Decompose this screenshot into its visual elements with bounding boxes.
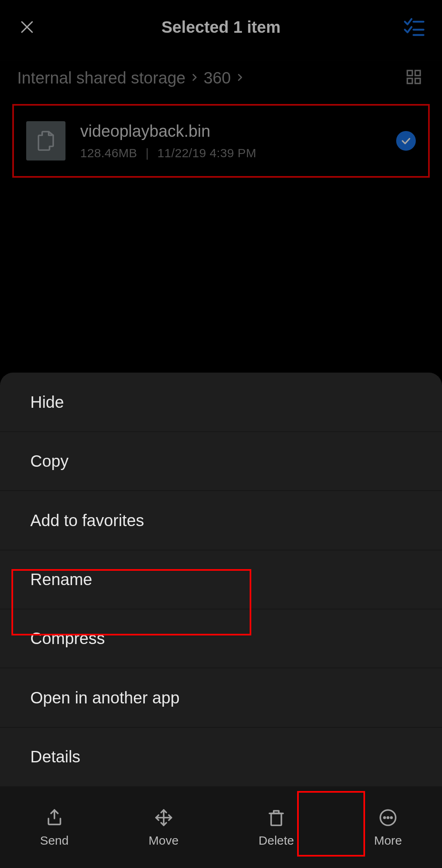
selection-title: Selected 1 item: [0, 18, 442, 36]
action-move[interactable]: Move: [149, 807, 178, 848]
select-all-button[interactable]: [404, 16, 425, 38]
action-bar: Send Move Delete More: [0, 786, 442, 868]
move-icon: [153, 807, 174, 828]
svg-point-18: [391, 817, 392, 818]
more-icon: [378, 807, 398, 828]
close-button[interactable]: [17, 17, 37, 37]
action-move-label: Move: [149, 834, 178, 848]
more-options-sheet: Hide Copy Add to favorites Rename Compre…: [0, 373, 442, 786]
svg-point-17: [387, 817, 388, 818]
file-list-item[interactable]: videoplayback.bin 128.46MB | 11/22/19 4:…: [12, 104, 430, 178]
action-more[interactable]: More: [374, 807, 402, 848]
action-send-label: Send: [40, 834, 69, 848]
delete-icon: [266, 807, 286, 828]
meta-separator: |: [146, 146, 149, 160]
svg-rect-14: [271, 813, 282, 825]
selected-indicator[interactable]: [396, 131, 416, 151]
breadcrumb[interactable]: Internal shared storage 360: [0, 61, 442, 95]
action-send[interactable]: Send: [40, 807, 69, 848]
select-all-icon: [404, 16, 425, 38]
sheet-option-open-in[interactable]: Open in another app: [0, 668, 442, 727]
send-icon: [44, 807, 65, 828]
file-name: videoplayback.bin: [80, 122, 396, 140]
action-delete-label: Delete: [259, 834, 294, 848]
chevron-right-icon: [235, 72, 245, 84]
check-icon: [401, 136, 411, 146]
sheet-option-details[interactable]: Details: [0, 727, 442, 786]
sheet-option-copy[interactable]: Copy: [0, 432, 442, 491]
document-icon: [35, 130, 57, 152]
sheet-option-compress[interactable]: Compress: [0, 609, 442, 668]
action-more-label: More: [374, 834, 402, 848]
sheet-option-hide[interactable]: Hide: [0, 373, 442, 432]
svg-rect-5: [407, 70, 412, 75]
breadcrumb-folder[interactable]: 360: [203, 69, 231, 87]
chevron-right-icon: [189, 72, 199, 84]
file-type-icon: [26, 121, 65, 160]
file-size: 128.46MB: [80, 146, 137, 160]
svg-rect-7: [407, 78, 412, 83]
svg-point-16: [384, 817, 385, 818]
svg-rect-8: [415, 78, 420, 83]
grid-icon: [405, 68, 422, 86]
svg-rect-6: [415, 70, 420, 75]
file-info: videoplayback.bin 128.46MB | 11/22/19 4:…: [80, 122, 396, 160]
file-date: 11/22/19 4:39 PM: [158, 146, 257, 160]
sheet-option-favorites[interactable]: Add to favorites: [0, 491, 442, 549]
close-icon: [19, 19, 35, 35]
selection-topbar: Selected 1 item: [0, 0, 442, 54]
file-meta: 128.46MB | 11/22/19 4:39 PM: [80, 146, 396, 160]
grid-view-button[interactable]: [405, 68, 425, 88]
breadcrumb-root[interactable]: Internal shared storage: [17, 69, 185, 87]
sheet-option-rename[interactable]: Rename: [0, 550, 442, 609]
action-delete[interactable]: Delete: [259, 807, 294, 848]
